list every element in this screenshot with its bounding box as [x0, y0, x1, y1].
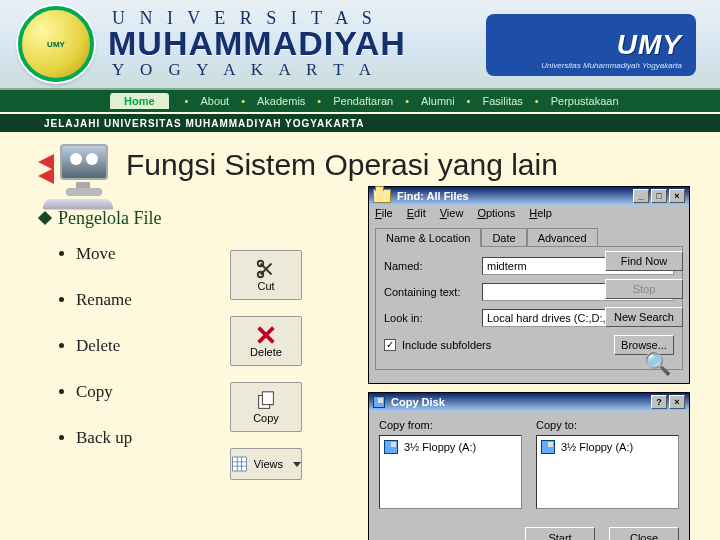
cut-label: Cut — [257, 280, 274, 292]
computer-monitor-icon — [38, 140, 116, 210]
bullet-list: Move Rename Delete Copy Back up — [76, 244, 132, 474]
help-button[interactable]: ? — [651, 395, 667, 409]
copydisk-titlebar[interactable]: Copy Disk ? × — [369, 393, 689, 411]
copy-from-label: Copy from: — [379, 419, 522, 431]
nav-home[interactable]: Home — [110, 93, 169, 109]
nav-separator: • — [405, 95, 409, 107]
toolbar-column: Cut Delete Copy Views — [230, 250, 302, 480]
nav-separator: • — [185, 95, 189, 107]
tab-date[interactable]: Date — [481, 228, 526, 247]
diamond-bullet-icon — [38, 211, 52, 225]
close-button[interactable]: × — [669, 189, 685, 203]
main-nav: Home • About • Akademis • Pendaftaran • … — [0, 90, 720, 112]
delete-label: Delete — [250, 346, 282, 358]
bullet-move: Move — [76, 244, 132, 264]
nav-akademis[interactable]: Akademis — [257, 95, 305, 107]
magnifier-icon: 🔍 — [644, 351, 671, 377]
bullet-rename: Rename — [76, 290, 132, 310]
site-header: UMY U N I V E R S I T A S MUHAMMADIYAH Y… — [0, 0, 720, 90]
stop-button[interactable]: Stop — [605, 279, 683, 299]
delete-button[interactable]: Delete — [230, 316, 302, 366]
slide-title: Fungsi Sistem Operasi yang lain — [126, 148, 558, 182]
copy-label: Copy — [253, 412, 279, 424]
disk-icon — [373, 396, 385, 408]
nav-fasilitas[interactable]: Fasilitas — [482, 95, 522, 107]
university-seal: UMY — [18, 6, 94, 82]
menu-file[interactable]: File — [375, 207, 393, 221]
nav-alumni[interactable]: Alumni — [421, 95, 455, 107]
umy-fullname: Universitas Muhammadiyah Yogyakarta — [541, 61, 682, 70]
menu-options[interactable]: Options — [477, 207, 515, 221]
copydisk-title-text: Copy Disk — [391, 396, 445, 408]
umy-badge: UMY Universitas Muhammadiyah Yogyakarta — [486, 14, 696, 76]
copy-to-list[interactable]: 3½ Floppy (A:) — [536, 435, 679, 509]
nav-pendaftaran[interactable]: Pendaftaran — [333, 95, 393, 107]
named-label: Named: — [384, 260, 476, 272]
marquee-bar: JELAJAHI UNIVERSITAS MUHAMMADIYAH YOGYAK… — [0, 112, 720, 132]
find-folder-icon — [373, 189, 391, 203]
find-title-text: Find: All Files — [397, 190, 469, 202]
cut-button[interactable]: Cut — [230, 250, 302, 300]
find-now-button[interactable]: Find Now — [605, 251, 683, 271]
find-side-buttons: Find Now Stop New Search — [605, 251, 683, 327]
nav-separator: • — [535, 95, 539, 107]
include-subfolders-checkbox[interactable]: ✓ — [384, 339, 396, 351]
find-titlebar[interactable]: Find: All Files _ □ × — [369, 187, 689, 205]
menu-help[interactable]: Help — [529, 207, 552, 221]
lookin-label: Look in: — [384, 312, 476, 324]
maximize-button[interactable]: □ — [651, 189, 667, 203]
slide-content: Fungsi Sistem Operasi yang lain Pengelol… — [0, 132, 720, 540]
views-button[interactable]: Views — [230, 448, 302, 480]
nav-about[interactable]: About — [200, 95, 229, 107]
list-item[interactable]: 3½ Floppy (A:) — [541, 440, 674, 454]
containing-label: Containing text: — [384, 286, 476, 298]
list-item[interactable]: 3½ Floppy (A:) — [384, 440, 517, 454]
find-tabs: Name & Location Date Advanced — [375, 227, 683, 246]
copy-button[interactable]: Copy — [230, 382, 302, 432]
svg-rect-4 — [232, 457, 246, 471]
find-menubar: File Edit View Options Help — [369, 205, 689, 223]
bullet-copy: Copy — [76, 382, 132, 402]
menu-edit[interactable]: Edit — [407, 207, 426, 221]
include-subfolders-label: Include subfolders — [402, 339, 491, 351]
copy-disk-dialog: Copy Disk ? × Copy from: 3½ Floppy (A:) — [368, 392, 690, 540]
delete-x-icon — [255, 324, 277, 346]
tab-name-location[interactable]: Name & Location — [375, 228, 481, 247]
bullet-delete: Delete — [76, 336, 132, 356]
new-search-button[interactable]: New Search — [605, 307, 683, 327]
umy-abbrev: UMY — [617, 29, 682, 61]
dropdown-caret-icon — [293, 462, 301, 467]
university-main-text: MUHAMMADIYAH — [108, 24, 406, 63]
svg-rect-3 — [262, 392, 273, 405]
close-button[interactable]: × — [669, 395, 685, 409]
close-dialog-button[interactable]: Close — [609, 527, 679, 540]
tab-advanced[interactable]: Advanced — [527, 228, 598, 247]
copy-from-list[interactable]: 3½ Floppy (A:) — [379, 435, 522, 509]
bullet-backup: Back up — [76, 428, 132, 448]
university-sub-text: Y O G Y A K A R T A — [112, 60, 377, 80]
nav-separator: • — [467, 95, 471, 107]
start-button[interactable]: Start — [525, 527, 595, 540]
section-heading: Pengelola File — [40, 208, 161, 229]
nav-separator: • — [241, 95, 245, 107]
menu-view[interactable]: View — [440, 207, 464, 221]
nav-perpustakaan[interactable]: Perpustakaan — [551, 95, 619, 107]
views-grid-icon — [231, 453, 248, 475]
copy-pages-icon — [255, 390, 277, 412]
find-files-window: Find: All Files _ □ × File Edit View Opt… — [368, 186, 690, 384]
floppy-icon — [541, 440, 555, 454]
nav-separator: • — [317, 95, 321, 107]
scissors-icon — [255, 258, 277, 280]
copy-to-label: Copy to: — [536, 419, 679, 431]
minimize-button[interactable]: _ — [633, 189, 649, 203]
floppy-icon — [384, 440, 398, 454]
views-label: Views — [254, 458, 283, 470]
